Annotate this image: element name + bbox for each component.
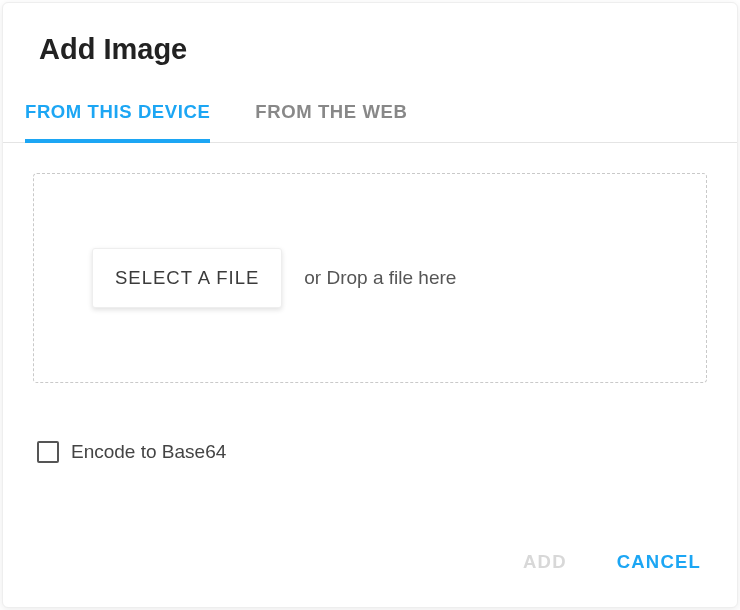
cancel-button[interactable]: CANCEL <box>617 551 701 573</box>
tab-label: FROM THE WEB <box>255 101 407 122</box>
modal-footer: ADD CANCEL <box>3 551 737 607</box>
modal-content: SELECT A FILE or Drop a file here Encode… <box>3 143 737 551</box>
add-image-modal: Add Image FROM THIS DEVICE FROM THE WEB … <box>2 2 738 608</box>
select-file-button[interactable]: SELECT A FILE <box>92 248 282 308</box>
tab-from-the-web[interactable]: FROM THE WEB <box>255 87 407 143</box>
drop-file-text: or Drop a file here <box>304 267 456 289</box>
modal-header: Add Image <box>3 3 737 86</box>
tab-from-this-device[interactable]: FROM THIS DEVICE <box>25 87 210 143</box>
encode-base64-option: Encode to Base64 <box>33 441 707 463</box>
tabs: FROM THIS DEVICE FROM THE WEB <box>3 86 737 143</box>
tab-label: FROM THIS DEVICE <box>25 101 210 122</box>
modal-title: Add Image <box>39 33 701 66</box>
encode-base64-checkbox[interactable] <box>37 441 59 463</box>
encode-base64-label: Encode to Base64 <box>71 441 226 463</box>
add-button[interactable]: ADD <box>523 551 567 573</box>
file-dropzone[interactable]: SELECT A FILE or Drop a file here <box>33 173 707 383</box>
